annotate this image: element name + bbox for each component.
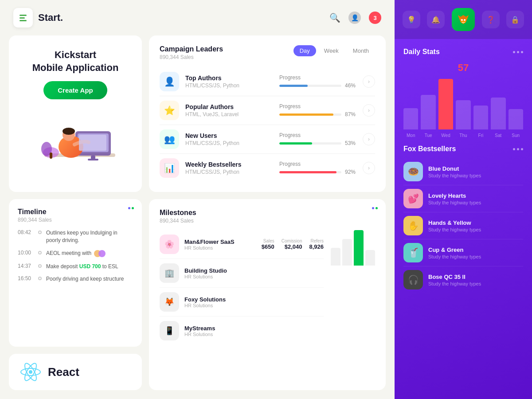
foxy-name: Foxy Solutions — [184, 296, 324, 303]
progress-pct: 87% — [345, 111, 359, 117]
mystreams-name: MyStreams — [184, 325, 324, 332]
sidebar-icon-lock[interactable]: 🔒 — [506, 11, 524, 28]
timeline-time: 10:00 — [18, 250, 34, 256]
sidebar-icon-fox[interactable] — [452, 8, 475, 31]
timeline-time: 14:37 — [18, 263, 34, 269]
stats-menu[interactable] — [513, 51, 523, 53]
bestseller-blue-donut[interactable]: 🍩 Blue Donut Study the highway types — [403, 158, 523, 185]
timeline-dot — [38, 277, 42, 280]
progress-fill — [279, 113, 333, 116]
chevron-button[interactable]: › — [363, 75, 375, 88]
top-authors-progress: Progress 46% — [279, 74, 359, 89]
campaign-card: Campaign Leaders 890,344 Sales Day Week … — [149, 35, 386, 192]
chart-bar-sun — [509, 109, 523, 129]
hands-yellow-img: ✋ — [403, 216, 423, 235]
progress-label: Progress — [279, 103, 359, 110]
timeline-dot — [38, 264, 42, 268]
header-right: 🔍 👤 3 — [329, 12, 381, 24]
foxy-icon: 🦊 — [160, 292, 179, 312]
tab-month[interactable]: Month — [347, 45, 375, 56]
blue-donut-sub: Study the highway types — [428, 173, 523, 178]
sidebar-icon-notification[interactable]: 🔔 — [427, 11, 445, 28]
sidebar-content: Daily Stats 57 Mon Tue Wed Thu Fri Sat — [395, 39, 532, 399]
label-fri: Fri — [473, 133, 488, 138]
building-studio-icon: 🏢 — [160, 263, 179, 283]
stats-dot-1 — [513, 148, 515, 150]
avatar-group — [94, 250, 106, 258]
weekly-bestsellers-progress: Progress 92% — [279, 161, 359, 175]
sidebar-icon-lightbulb[interactable]: 💡 — [403, 11, 420, 28]
lovely-hearts-img: 💕 — [403, 189, 423, 208]
milestone-row-manflower: 🌸 Man&Flower SaaS HR Solutions Sales $65… — [160, 230, 324, 259]
chevron-button[interactable]: › — [363, 162, 375, 174]
bestsellers-title: Fox Bestsellers — [403, 145, 456, 153]
tab-week[interactable]: Week — [318, 45, 345, 56]
chart-bar-thu — [456, 100, 470, 129]
search-icon[interactable]: 🔍 — [329, 12, 340, 23]
chart-bar — [342, 239, 352, 266]
milestone-row-mystreams: 📱 MyStreams HR Solutions — [160, 317, 324, 345]
chevron-button[interactable]: › — [363, 133, 375, 145]
campaign-row-top-authors: 👤 Top Authors HTML/CSS/JS, Python Progre… — [160, 67, 375, 96]
illustration — [27, 105, 124, 171]
bestseller-lovely-hearts[interactable]: 💕 Lovely Hearts Study the highway types — [403, 185, 523, 212]
progress-bar — [279, 142, 341, 145]
timeline-menu[interactable] — [128, 207, 134, 209]
avatar[interactable]: 👤 — [348, 12, 361, 24]
mystreams-info: MyStreams HR Solutions — [184, 325, 324, 337]
react-card: React — [9, 354, 142, 390]
sidebar-icons: 💡 🔔 ❓ 🔒 — [395, 0, 532, 39]
progress-bar-wrap: 92% — [279, 169, 359, 175]
svg-point-7 — [63, 128, 75, 135]
bestseller-hands-yellow[interactable]: ✋ Hands & Yellow Study the highway types — [403, 212, 523, 239]
progress-fill — [279, 142, 312, 145]
chevron-button[interactable]: › — [363, 104, 375, 117]
top-authors-icon: 👤 — [160, 72, 179, 91]
chart-bar — [365, 250, 375, 266]
top-authors-tech: HTML/CSS/JS, Python — [185, 82, 279, 89]
react-icon — [20, 361, 42, 383]
bose-sub: Study the highway types — [428, 281, 523, 286]
milestones-subtitle: 890,344 Sales — [160, 218, 196, 224]
stat-refers: Refers 8,926 — [309, 239, 324, 250]
label-sun: Sun — [509, 133, 523, 138]
sidebar: 💡 🔔 ❓ 🔒 Daily Stats — [395, 0, 532, 399]
timeline-dot — [38, 231, 42, 234]
sidebar-icon-help[interactable]: ❓ — [482, 11, 500, 28]
react-label: React — [48, 365, 79, 379]
svg-rect-4 — [88, 159, 98, 160]
highlight-amount: USD 700 — [79, 263, 101, 270]
manflower-info: Man&Flower SaaS HR Solutions — [184, 239, 262, 250]
stat-value: 8,926 — [309, 243, 324, 250]
campaign-subtitle: 890,344 Sales — [160, 54, 223, 60]
bestseller-cup-green[interactable]: 🥤 Cup & Green Study the highway types — [403, 239, 523, 266]
svg-point-13 — [98, 250, 106, 257]
weekly-bestsellers-name: Weekly Bestsellers — [185, 161, 279, 168]
campaign-info: Campaign Leaders 890,344 Sales — [160, 45, 223, 60]
progress-bar-wrap: 87% — [279, 111, 359, 117]
list-item: 08:42 Outlines keep you Indulging in poo… — [18, 229, 133, 244]
milestones-menu[interactable] — [372, 207, 378, 209]
logo-icon — [13, 8, 33, 27]
chart-bar-active — [354, 230, 364, 266]
tab-day[interactable]: Day — [293, 45, 316, 56]
bestsellers-menu[interactable] — [513, 148, 523, 150]
mystreams-sub: HR Solutions — [184, 332, 324, 337]
hands-yellow-sub: Study the highway types — [428, 227, 523, 232]
logo-line-1 — [20, 15, 27, 16]
svg-point-19 — [464, 19, 466, 21]
popular-authors-name: Popular Authors — [185, 103, 279, 110]
bestseller-bose-qc35[interactable]: 🎧 Bose QC 35 II Study the highway types — [403, 266, 523, 293]
notification-badge[interactable]: 3 — [369, 12, 381, 24]
daily-stats-chart — [403, 76, 523, 129]
create-app-button[interactable]: Create App — [43, 81, 107, 99]
progress-label: Progress — [279, 132, 359, 138]
progress-bar — [279, 171, 341, 173]
svg-point-18 — [461, 19, 463, 21]
blue-donut-info: Blue Donut Study the highway types — [428, 165, 523, 178]
period-tabs: Day Week Month — [293, 45, 375, 56]
hands-yellow-info: Hands & Yellow Study the highway types — [428, 219, 523, 232]
milestone-row-foxy: 🦊 Foxy Solutions HR Solutions — [160, 288, 324, 317]
kickstart-title: Kickstart Mobile Application — [32, 49, 119, 74]
weekly-bestsellers-icon: 📊 — [160, 158, 179, 178]
